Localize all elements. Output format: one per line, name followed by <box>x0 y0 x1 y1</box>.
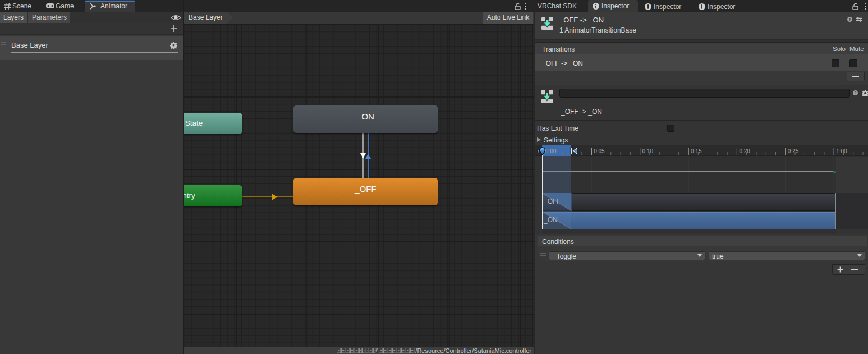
svg-text:0:25: 0:25 <box>788 148 799 154</box>
svg-text:0:00: 0:00 <box>545 148 557 154</box>
svg-text:1:00: 1:00 <box>836 148 847 154</box>
svg-text:0:10: 0:10 <box>642 148 654 154</box>
svg-text:0:05: 0:05 <box>594 148 605 154</box>
svg-text:0:15: 0:15 <box>691 148 702 154</box>
svg-text:0:20: 0:20 <box>739 148 750 154</box>
svg-text:/: / <box>376 347 378 353</box>
